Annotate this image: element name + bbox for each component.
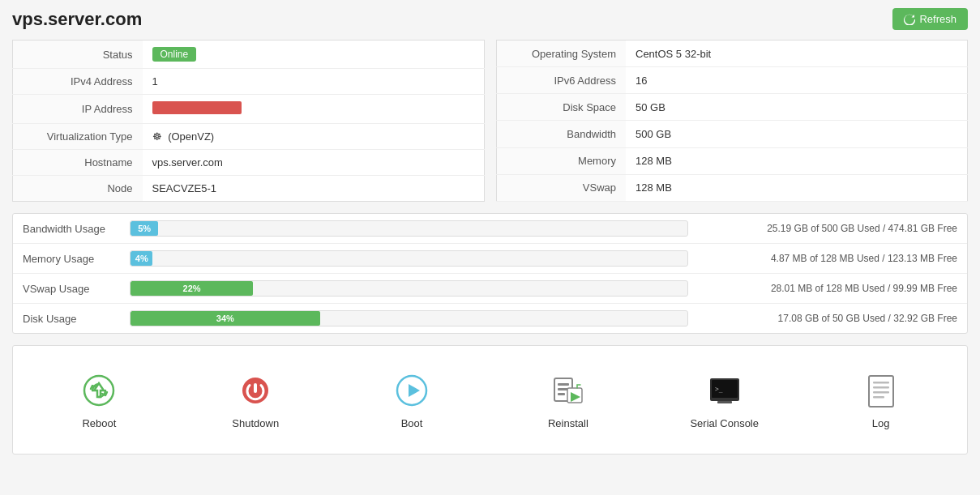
usage-text: 4.87 MB of 128 MB Used / 123.13 MB Free	[698, 253, 957, 264]
usage-row: Disk Usage 34% 17.08 GB of 50 GB Used / …	[13, 304, 967, 333]
svg-rect-16	[873, 382, 889, 384]
actions-section: Reboot Shutdown Boot	[12, 345, 968, 454]
boot-icon	[393, 372, 430, 409]
label-virt: Virtualization Type	[13, 124, 143, 150]
refresh-icon	[904, 14, 915, 25]
usage-text: 25.19 GB of 500 GB Used / 474.81 GB Free	[698, 223, 957, 234]
ip-bar	[152, 101, 242, 114]
boot-button[interactable]: Boot	[355, 362, 469, 437]
info-value: 16	[626, 67, 968, 94]
info-value: 128 MB	[626, 174, 968, 201]
usage-text: 17.08 GB of 50 GB Used / 32.92 GB Free	[698, 313, 957, 324]
info-label: Operating System	[496, 41, 626, 67]
svg-rect-5	[558, 383, 569, 386]
info-label: Bandwidth	[496, 121, 626, 147]
progress-bar: 5%	[131, 221, 158, 236]
label-ip: IP Address	[13, 95, 143, 124]
svg-rect-14	[717, 401, 732, 403]
svg-rect-1	[254, 383, 257, 393]
svg-rect-18	[873, 391, 889, 394]
table-row: Memory 128 MB	[496, 147, 968, 174]
table-row: Node SEACVZE5-1	[13, 176, 485, 202]
progress-bar: 4%	[131, 251, 152, 266]
usage-label: Bandwidth Usage	[23, 223, 120, 235]
reinstall-button[interactable]: Reinstall	[511, 362, 625, 437]
progress-bar-container: 5%	[130, 220, 688, 237]
info-label: Memory	[496, 147, 626, 174]
openvz-icon: ☸	[152, 130, 162, 143]
label-hostname: Hostname	[13, 150, 143, 176]
value-hostname: vps.server.com	[143, 150, 485, 176]
table-row: Hostname vps.server.com	[13, 150, 485, 176]
svg-rect-7	[558, 393, 565, 395]
info-label: Disk Space	[496, 94, 626, 121]
info-value: 500 GB	[626, 121, 968, 147]
status-badge: Online	[152, 47, 197, 62]
info-label: VSwap	[496, 174, 626, 201]
page-title: vps.server.com	[12, 9, 142, 30]
table-row: Bandwidth 500 GB	[496, 121, 968, 147]
serial-console-icon: >_	[706, 372, 743, 409]
svg-marker-3	[409, 384, 420, 397]
shutdown-label: Shutdown	[232, 417, 279, 429]
page-header: vps.server.com Refresh	[12, 8, 968, 30]
svg-rect-17	[873, 386, 889, 389]
table-row: Operating System CentOS 5 32-bit	[496, 41, 968, 67]
progress-bar-container: 4%	[130, 250, 688, 267]
table-row: Status Online	[13, 41, 485, 69]
log-button[interactable]: Log	[824, 362, 938, 437]
info-table-left: Status Online IPv4 Address 1 IP Address …	[12, 40, 485, 202]
info-table-right: Operating System CentOS 5 32-bit IPv6 Ad…	[496, 40, 969, 202]
log-label: Log	[872, 417, 890, 429]
reboot-button[interactable]: Reboot	[42, 362, 156, 437]
progress-bar-container: 34%	[130, 310, 688, 326]
label-node: Node	[13, 176, 143, 202]
svg-rect-19	[873, 396, 884, 399]
reinstall-label: Reinstall	[548, 417, 588, 429]
info-value: 128 MB	[626, 147, 968, 174]
label-status: Status	[13, 41, 143, 69]
value-node: SEACVZE5-1	[143, 176, 485, 202]
info-section: Status Online IPv4 Address 1 IP Address …	[12, 40, 968, 202]
refresh-button[interactable]: Refresh	[892, 8, 968, 30]
boot-label: Boot	[401, 417, 423, 429]
table-row: IPv4 Address 1	[13, 69, 485, 95]
usage-section: Bandwidth Usage 5% 25.19 GB of 500 GB Us…	[12, 213, 968, 334]
virt-value: (OpenVZ)	[168, 130, 214, 143]
value-ipv4: 1	[143, 69, 485, 95]
table-row: IPv6 Address 16	[496, 67, 968, 94]
reboot-label: Reboot	[82, 417, 116, 429]
progress-bar-container: 22%	[130, 280, 688, 297]
info-label: IPv6 Address	[496, 67, 626, 94]
table-row: VSwap 128 MB	[496, 174, 968, 201]
info-value: CentOS 5 32-bit	[626, 41, 968, 67]
label-ipv4: IPv4 Address	[13, 69, 143, 95]
table-row: Virtualization Type ☸ (OpenVZ)	[13, 124, 485, 150]
usage-row: Memory Usage 4% 4.87 MB of 128 MB Used /…	[13, 244, 967, 274]
usage-label: Disk Usage	[23, 313, 120, 325]
usage-label: Memory Usage	[23, 253, 120, 265]
log-icon	[862, 372, 900, 409]
progress-bar: 22%	[131, 281, 253, 296]
serial-console-label: Serial Console	[690, 417, 759, 429]
table-row: IP Address	[13, 95, 485, 124]
reinstall-icon	[550, 372, 587, 409]
reboot-icon	[80, 372, 118, 409]
usage-row: VSwap Usage 22% 28.01 MB of 128 MB Used …	[13, 274, 967, 304]
table-row: Disk Space 50 GB	[496, 94, 968, 121]
usage-text: 28.01 MB of 128 MB Used / 99.99 MB Free	[698, 283, 957, 294]
svg-text:>_: >_	[715, 386, 723, 393]
progress-bar: 34%	[131, 311, 320, 326]
usage-label: VSwap Usage	[23, 283, 120, 295]
usage-row: Bandwidth Usage 5% 25.19 GB of 500 GB Us…	[13, 214, 967, 244]
serial-console-button[interactable]: >_ Serial Console	[668, 362, 781, 437]
shutdown-icon	[237, 372, 274, 409]
info-value: 50 GB	[626, 94, 968, 121]
shutdown-button[interactable]: Shutdown	[199, 362, 312, 437]
